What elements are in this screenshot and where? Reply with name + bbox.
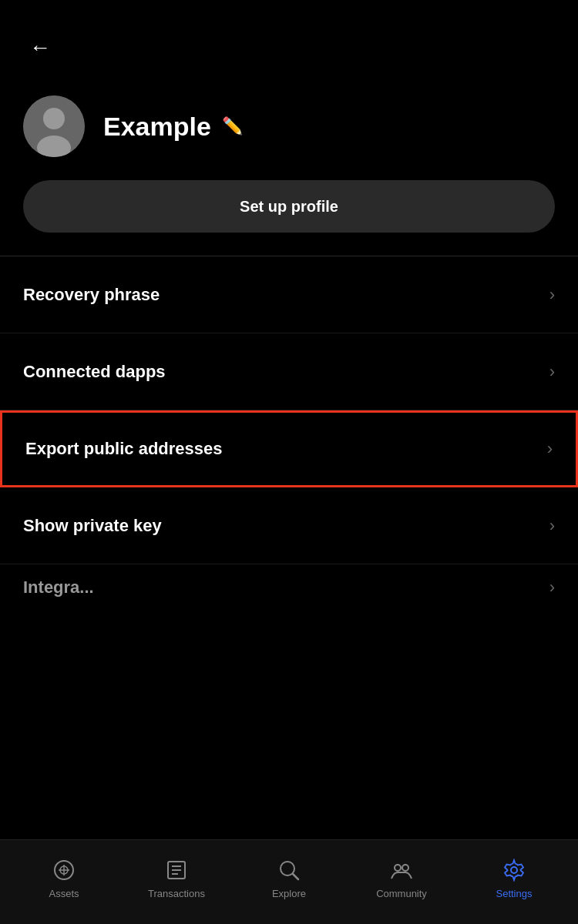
- explore-icon: [276, 857, 302, 883]
- edit-icon[interactable]: ✏️: [222, 116, 243, 136]
- transactions-label: Transactions: [148, 888, 205, 899]
- settings-icon: [501, 857, 527, 883]
- chevron-right-icon: ›: [549, 285, 555, 305]
- screen: ← Example ✏️ Set up profile Recov: [0, 0, 578, 924]
- menu-item-label: Show private key: [23, 516, 162, 536]
- transactions-icon: [163, 857, 190, 883]
- menu-item-partial[interactable]: Integra... ›: [0, 564, 578, 611]
- menu-item-export-public-addresses[interactable]: Export public addresses ›: [0, 410, 578, 487]
- chevron-right-icon: ›: [549, 362, 555, 382]
- svg-line-10: [293, 874, 298, 879]
- menu-item-label: Export public addresses: [25, 439, 223, 459]
- menu-list: Recovery phrase › Connected dapps › Expo…: [0, 256, 578, 839]
- nav-item-settings[interactable]: Settings: [458, 857, 570, 899]
- chevron-right-icon: ›: [549, 578, 555, 598]
- profile-name-row: Example ✏️: [103, 112, 243, 142]
- menu-item-show-private-key[interactable]: Show private key ›: [0, 487, 578, 564]
- back-arrow-icon: ←: [29, 35, 51, 60]
- assets-icon: [51, 857, 77, 883]
- header: ←: [0, 0, 578, 80]
- profile-section: Example ✏️ Set up profile: [0, 80, 578, 256]
- svg-point-11: [395, 865, 401, 871]
- community-label: Community: [376, 888, 427, 899]
- nav-item-explore[interactable]: Explore: [233, 857, 345, 899]
- menu-item-recovery-phrase[interactable]: Recovery phrase ›: [0, 256, 578, 333]
- avatar[interactable]: [23, 95, 85, 157]
- assets-label: Assets: [49, 888, 79, 899]
- nav-item-assets[interactable]: Assets: [8, 857, 120, 899]
- nav-item-transactions[interactable]: Transactions: [120, 857, 233, 899]
- settings-label: Settings: [496, 888, 533, 899]
- svg-point-12: [402, 865, 408, 871]
- explore-label: Explore: [272, 888, 306, 899]
- back-button[interactable]: ←: [23, 31, 57, 65]
- nav-item-community[interactable]: Community: [345, 857, 458, 899]
- avatar-image: [23, 95, 85, 157]
- profile-name: Example: [103, 112, 211, 142]
- community-icon: [388, 857, 415, 883]
- menu-item-connected-dapps[interactable]: Connected dapps ›: [0, 333, 578, 410]
- partial-item-label: Integra...: [23, 578, 94, 598]
- svg-point-13: [511, 867, 517, 873]
- chevron-right-icon: ›: [549, 516, 555, 536]
- chevron-right-icon: ›: [547, 439, 553, 459]
- bottom-nav: Assets Transactions Explor: [0, 839, 578, 924]
- setup-profile-button[interactable]: Set up profile: [23, 180, 555, 233]
- menu-item-label: Recovery phrase: [23, 285, 160, 305]
- profile-row: Example ✏️: [23, 95, 555, 157]
- menu-item-label: Connected dapps: [23, 362, 166, 382]
- svg-point-1: [43, 108, 65, 129]
